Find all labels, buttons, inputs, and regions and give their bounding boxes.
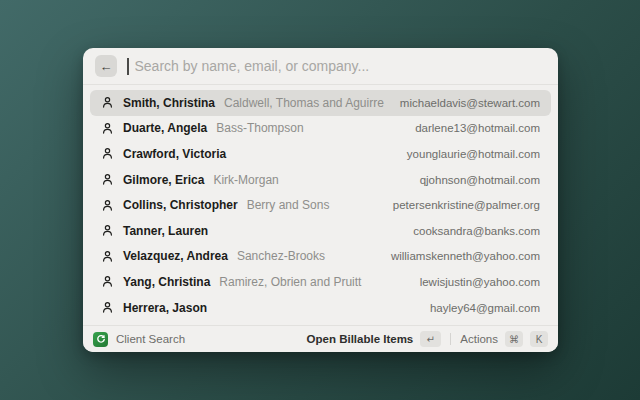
result-email: williamskenneth@yahoo.com: [391, 250, 540, 262]
k-key-icon: K: [530, 331, 548, 347]
result-name: Tanner, Lauren: [123, 224, 208, 238]
result-row[interactable]: Tanner, Lauren cooksandra@banks.com: [90, 218, 551, 244]
result-row[interactable]: Smith, Christina Caldwell, Thomas and Ag…: [90, 90, 551, 116]
result-email: petersenkristine@palmer.org: [393, 199, 540, 211]
person-icon: [101, 301, 114, 314]
command-key-icon: ⌘: [505, 331, 523, 347]
search-palette-window: ← Smith, Christina Caldwell, Thomas and …: [83, 48, 558, 352]
person-icon: [101, 173, 114, 186]
footer-bar: Client Search Open Billable Items ↵ Acti…: [83, 325, 558, 352]
result-email: younglaurie@hotmail.com: [407, 148, 540, 160]
search-bar: ←: [83, 48, 558, 85]
result-company: Sanchez-Brooks: [237, 249, 325, 263]
search-input[interactable]: [133, 58, 547, 74]
result-company: Bass-Thompson: [216, 121, 303, 135]
result-row[interactable]: Herrera, Jason hayley64@gmail.com: [90, 295, 551, 321]
result-company: Kirk-Morgan: [213, 173, 278, 187]
actions-button[interactable]: Actions: [460, 333, 498, 345]
result-name: Gilmore, Erica: [123, 173, 204, 187]
result-row[interactable]: Yang, Christina Ramirez, Obrien and Prui…: [90, 269, 551, 295]
result-row[interactable]: Duarte, Angela Bass-Thompson darlene13@h…: [90, 116, 551, 142]
result-email: cooksandra@banks.com: [413, 225, 540, 237]
return-key-icon: ↵: [420, 331, 441, 347]
person-icon: [101, 224, 114, 237]
results-list: Smith, Christina Caldwell, Thomas and Ag…: [83, 85, 558, 320]
result-row[interactable]: Collins, Christopher Berry and Sons pete…: [90, 192, 551, 218]
result-email: qjohnson@hotmail.com: [420, 174, 540, 186]
result-name: Smith, Christina: [123, 96, 215, 110]
person-icon: [101, 199, 114, 212]
result-row[interactable]: Crawford, Victoria younglaurie@hotmail.c…: [90, 141, 551, 167]
result-row[interactable]: Velazquez, Andrea Sanchez-Brooks william…: [90, 244, 551, 270]
result-company: Ramirez, Obrien and Pruitt: [219, 275, 361, 289]
back-arrow-icon: ←: [100, 59, 113, 74]
result-name: Herrera, Jason: [123, 301, 207, 315]
result-name: Velazquez, Andrea: [123, 249, 228, 263]
open-billable-items-button[interactable]: Open Billable Items: [307, 333, 414, 345]
person-icon: [101, 96, 114, 109]
result-row[interactable]: Gilmore, Erica Kirk-Morgan qjohnson@hotm…: [90, 167, 551, 193]
person-icon: [101, 250, 114, 263]
footer-divider: [450, 333, 451, 345]
client-search-app-icon: [93, 332, 108, 347]
result-email: darlene13@hotmail.com: [415, 122, 540, 134]
result-name: Duarte, Angela: [123, 121, 207, 135]
back-button[interactable]: ←: [95, 55, 117, 77]
result-email: michaeldavis@stewart.com: [400, 97, 540, 109]
result-name: Yang, Christina: [123, 275, 210, 289]
result-email: hayley64@gmail.com: [430, 302, 540, 314]
text-caret: [127, 58, 129, 75]
person-icon: [101, 122, 114, 135]
app-label: Client Search: [116, 333, 185, 345]
result-company: Caldwell, Thomas and Aguirre: [224, 96, 384, 110]
person-icon: [101, 147, 114, 160]
person-icon: [101, 275, 114, 288]
result-email: lewisjustin@yahoo.com: [420, 276, 540, 288]
result-name: Collins, Christopher: [123, 198, 238, 212]
result-name: Crawford, Victoria: [123, 147, 226, 161]
result-company: Berry and Sons: [247, 198, 330, 212]
